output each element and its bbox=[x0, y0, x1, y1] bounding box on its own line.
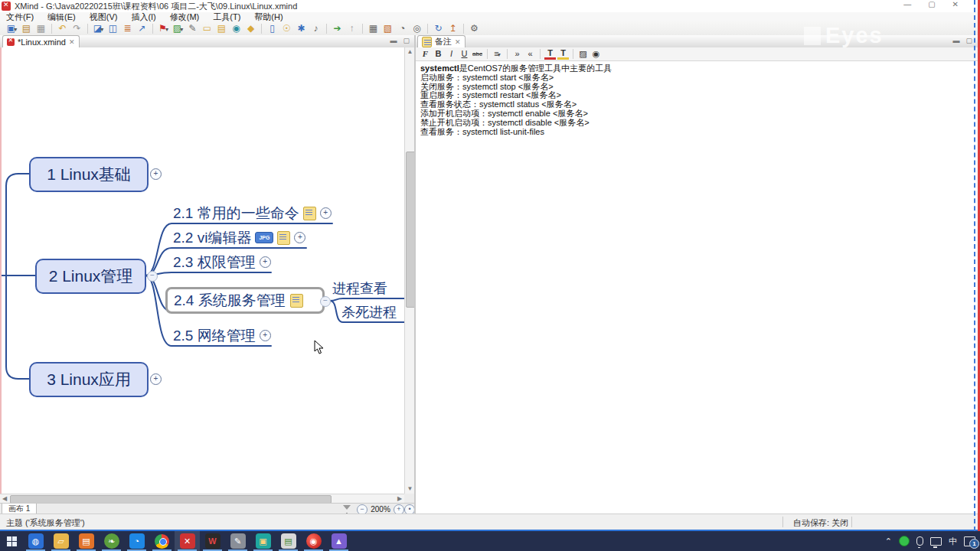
taskbar-app-file-explorer[interactable]: ▱ bbox=[48, 531, 74, 551]
insert-image-icon[interactable]: ▨ bbox=[172, 22, 185, 34]
notes-minimize-icon[interactable]: ▬ bbox=[952, 37, 959, 44]
topic-permission-management[interactable]: 2.3 权限管理 + bbox=[173, 253, 271, 272]
insert-notes-icon[interactable]: ▤ bbox=[215, 22, 228, 34]
taskbar-app-wps[interactable]: W bbox=[200, 531, 225, 551]
topic-network-management[interactable]: 2.5 网络管理 + bbox=[173, 326, 271, 345]
taskbar-app-photos[interactable]: ▲ bbox=[326, 531, 351, 551]
bold-icon[interactable]: B bbox=[433, 48, 444, 60]
gantt-view-icon[interactable]: ▧ bbox=[381, 22, 394, 34]
export-icon[interactable]: ↥ bbox=[446, 22, 459, 34]
taskbar-app-dingtalk[interactable]: ◔ bbox=[124, 531, 149, 551]
collapse-icon-linux-management[interactable]: − bbox=[147, 271, 158, 282]
sheet-tab-canvas1[interactable]: 画布 1 bbox=[2, 504, 37, 514]
underline-icon[interactable]: U bbox=[459, 48, 470, 60]
table-view-icon[interactable]: ▦ bbox=[367, 22, 380, 34]
expand-icon-common-commands[interactable]: + bbox=[320, 207, 332, 219]
label-icon[interactable]: ◆ bbox=[244, 22, 257, 34]
start-button[interactable] bbox=[0, 531, 23, 551]
boundary-icon[interactable]: ▭ bbox=[201, 22, 214, 34]
brainstorm-icon[interactable]: ☉ bbox=[280, 22, 293, 34]
share-icon[interactable]: ➔ bbox=[331, 22, 344, 34]
drill-down-icon[interactable]: ✱ bbox=[295, 22, 308, 34]
display-network-icon[interactable] bbox=[930, 537, 942, 546]
expand-icon-vi-editor[interactable]: + bbox=[294, 232, 305, 243]
notes-marker-icon[interactable] bbox=[303, 207, 316, 220]
topic-linux-basics[interactable]: 1 Linux基础 bbox=[29, 157, 149, 192]
presentation-icon[interactable]: ▯ bbox=[266, 22, 279, 34]
taskbar-app-chrome[interactable] bbox=[149, 531, 175, 551]
notes-marker-icon[interactable] bbox=[277, 231, 290, 245]
bullet-list-icon[interactable]: ≡ bbox=[492, 48, 503, 60]
marker-icon[interactable]: ⚑ bbox=[157, 22, 170, 34]
close-button[interactable]: ✕ bbox=[952, 0, 959, 8]
relationship-icon[interactable]: ↗ bbox=[136, 22, 149, 34]
timer-icon[interactable]: ◔ bbox=[396, 22, 409, 34]
topic-process-view[interactable]: 进程查看 bbox=[332, 279, 387, 298]
taskbar-app-navicat[interactable]: ❧ bbox=[99, 531, 124, 551]
highlight-color-icon[interactable]: T bbox=[557, 48, 569, 60]
mindmap-canvas[interactable]: 1 Linux基础 + 2 Linux管理 − 3 Linux应用 + 2.1 … bbox=[0, 47, 414, 494]
cloud-sync-icon[interactable]: ↻ bbox=[432, 22, 445, 34]
tab-linux-xmind[interactable]: *Linux.xmind ✕ bbox=[2, 35, 80, 47]
topic-kill-process[interactable]: 杀死进程 bbox=[341, 302, 397, 321]
italic-icon[interactable]: I bbox=[446, 48, 457, 60]
taskbar-app-potplayer[interactable]: ◉ bbox=[301, 531, 326, 551]
preferences-icon[interactable]: ⚙ bbox=[468, 22, 481, 34]
notes-tab-close-icon[interactable]: ✕ bbox=[455, 38, 461, 46]
tray-green-status-icon[interactable] bbox=[899, 536, 910, 546]
attachment-icon[interactable]: ✎ bbox=[186, 22, 199, 34]
notes-tab[interactable]: 备注 ✕ bbox=[417, 35, 466, 47]
expand-icon-permission[interactable]: + bbox=[260, 256, 271, 268]
taskbar-app-notes[interactable]: ▤ bbox=[74, 531, 99, 551]
filter-icon[interactable] bbox=[343, 505, 351, 510]
microphone-icon[interactable] bbox=[916, 536, 923, 546]
notes-tab-label: 备注 bbox=[435, 36, 452, 47]
taskbar-app-media-doc[interactable]: ▤ bbox=[276, 531, 301, 551]
topic-system-services-selected[interactable]: 2.4 系统服务管理 bbox=[165, 287, 325, 314]
notes-editor[interactable]: systemctl是CentOS7的服务管理工具中主要的工具 启动服务：syst… bbox=[416, 61, 980, 514]
taskbar-app-xmind-active[interactable]: ✕ bbox=[175, 531, 200, 551]
zoom-tool-icon[interactable]: ◎ bbox=[410, 22, 423, 34]
expand-icon-linux-apps[interactable]: + bbox=[150, 373, 162, 385]
tab-close-icon[interactable]: ✕ bbox=[69, 38, 75, 46]
indent-icon[interactable]: » bbox=[511, 48, 523, 60]
topic-vi-editor[interactable]: 2.2 vi编辑器 JPG + bbox=[173, 228, 305, 247]
outdent-icon[interactable]: « bbox=[524, 48, 536, 60]
editor-maximize-icon[interactable]: ▢ bbox=[403, 37, 410, 44]
theme-icon[interactable]: ◪ bbox=[92, 22, 105, 34]
notification-icon[interactable]: 1 bbox=[964, 536, 975, 546]
insert-hyperlink-icon[interactable]: ◉ bbox=[590, 48, 602, 60]
taskbar-app-recorder[interactable]: ▣ bbox=[250, 531, 276, 551]
hyperlink-icon[interactable]: ◉ bbox=[230, 22, 243, 34]
editor-minimize-icon[interactable]: ▬ bbox=[390, 37, 397, 44]
taskbar-app-pc-manager[interactable]: ◍ bbox=[23, 531, 48, 551]
notes-maximize-icon[interactable]: ▢ bbox=[965, 37, 972, 44]
open-file-icon[interactable]: ▤ bbox=[20, 22, 33, 34]
minimize-button[interactable]: — bbox=[903, 0, 911, 8]
taskbar-app-stationery[interactable]: ✎ bbox=[225, 531, 250, 551]
topic-linux-apps[interactable]: 3 Linux应用 bbox=[29, 362, 149, 397]
ime-indicator[interactable]: 中 bbox=[949, 536, 957, 547]
map-structure-icon[interactable]: ◫ bbox=[106, 22, 119, 34]
new-workbook-icon[interactable]: ▣ bbox=[5, 22, 18, 34]
text-color-icon[interactable]: T bbox=[544, 48, 556, 60]
jpg-attachment-icon[interactable]: JPG bbox=[255, 232, 273, 243]
font-icon[interactable]: F bbox=[420, 48, 431, 60]
save-icon[interactable]: ▦ bbox=[34, 22, 47, 34]
strikethrough-icon[interactable]: abc bbox=[472, 48, 483, 60]
topic-common-commands[interactable]: 2.1 常用的一些命令 + bbox=[173, 204, 332, 223]
maximize-button[interactable]: ▢ bbox=[928, 0, 935, 8]
upload-icon[interactable]: ↑ bbox=[345, 22, 358, 34]
notes-marker-icon[interactable] bbox=[290, 294, 303, 308]
undo-icon[interactable]: ↶ bbox=[56, 22, 69, 34]
tray-expand-icon[interactable]: ⌃ bbox=[885, 536, 892, 546]
vertical-scrollbar[interactable]: ▲ ▼ bbox=[404, 47, 415, 494]
insert-image-icon[interactable]: ▨ bbox=[577, 48, 589, 60]
expand-icon-linux-basics[interactable]: + bbox=[150, 168, 162, 180]
expand-icon-network[interactable]: + bbox=[260, 330, 271, 341]
redo-icon[interactable]: ↷ bbox=[70, 22, 83, 34]
collapse-icon-system-services[interactable]: − bbox=[320, 296, 331, 307]
outline-numbering-icon[interactable]: ≣ bbox=[121, 22, 134, 34]
audio-note-icon[interactable]: ♪ bbox=[309, 22, 322, 34]
topic-linux-management[interactable]: 2 Linux管理 bbox=[35, 259, 146, 294]
